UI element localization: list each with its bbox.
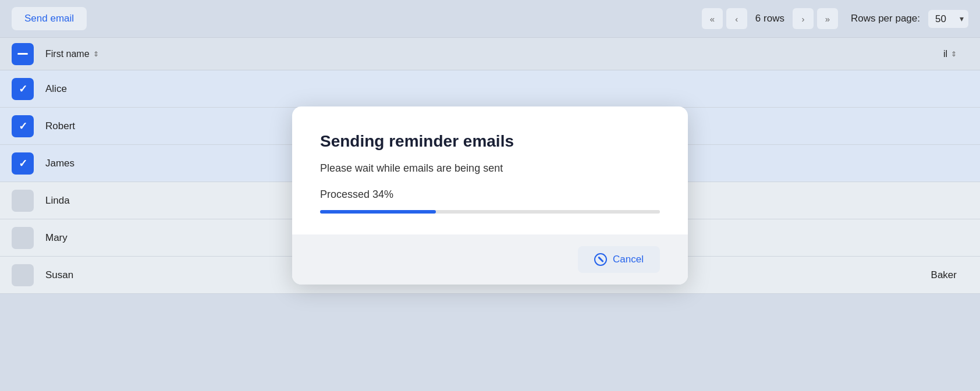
cancel-slash-icon (598, 257, 603, 262)
progress-bar-fill (320, 210, 436, 214)
row-checkbox-linda[interactable] (12, 190, 34, 212)
minus-icon (17, 53, 28, 55)
first-name-label: First name (45, 49, 90, 59)
email-column-header[interactable]: il ⇕ (943, 49, 968, 59)
send-email-button[interactable]: Send email (12, 7, 87, 30)
table-header: First name ⇕ il ⇕ (0, 38, 980, 70)
progress-bar-container (320, 210, 660, 214)
modal-footer: Cancel (292, 234, 688, 285)
table-row: ✓ Alice (0, 70, 980, 108)
sort-icon: ⇕ (93, 50, 99, 58)
sending-emails-modal: Sending reminder emails Please wait whil… (292, 106, 688, 285)
row-name-susan: Susan (45, 269, 255, 281)
email-sort-icon: ⇕ (951, 50, 957, 58)
email-label: il (943, 49, 947, 59)
cancel-button[interactable]: Cancel (578, 246, 660, 273)
first-name-column-header[interactable]: First name ⇕ (45, 49, 255, 59)
rows-per-page-select[interactable]: 10 25 50 100 (928, 10, 968, 28)
prev-page-button[interactable]: ‹ (726, 8, 747, 29)
checkmark-icon: ✓ (19, 83, 27, 95)
last-page-button[interactable]: » (817, 8, 838, 29)
row-name-robert: Robert (45, 120, 255, 132)
row-name-alice: Alice (45, 83, 255, 95)
rows-count: 6 rows (755, 13, 784, 24)
pagination: « ‹ 6 rows › » Rows per page: 10 25 50 1… (702, 8, 968, 29)
checkmark-icon: ✓ (19, 120, 27, 133)
modal-progress-label: Processed 34% (320, 189, 660, 201)
row-checkbox-james[interactable]: ✓ (12, 152, 34, 175)
rows-per-page-wrapper: 10 25 50 100 (924, 10, 968, 28)
modal-title: Sending reminder emails (320, 132, 660, 151)
row-name-james: James (45, 158, 255, 169)
cancel-circle-icon (594, 253, 607, 266)
row-value-susan: Baker (931, 269, 968, 281)
row-checkbox-susan[interactable] (12, 264, 34, 286)
first-page-button[interactable]: « (702, 8, 723, 29)
modal-body: Sending reminder emails Please wait whil… (292, 106, 688, 234)
rows-per-page-label: Rows per page: (851, 13, 920, 24)
select-all-checkbox[interactable] (12, 43, 34, 65)
next-page-button[interactable]: › (793, 8, 814, 29)
toolbar: Send email « ‹ 6 rows › » Rows per page:… (0, 0, 980, 37)
row-name-mary: Mary (45, 232, 255, 244)
row-checkbox-robert[interactable]: ✓ (12, 115, 34, 137)
modal-subtitle: Please wait while emails are being sent (320, 162, 660, 175)
cancel-label: Cancel (613, 254, 644, 265)
checkmark-icon: ✓ (19, 157, 27, 170)
row-checkbox-mary[interactable] (12, 227, 34, 249)
row-name-linda: Linda (45, 195, 255, 207)
row-checkbox-alice[interactable]: ✓ (12, 78, 34, 100)
